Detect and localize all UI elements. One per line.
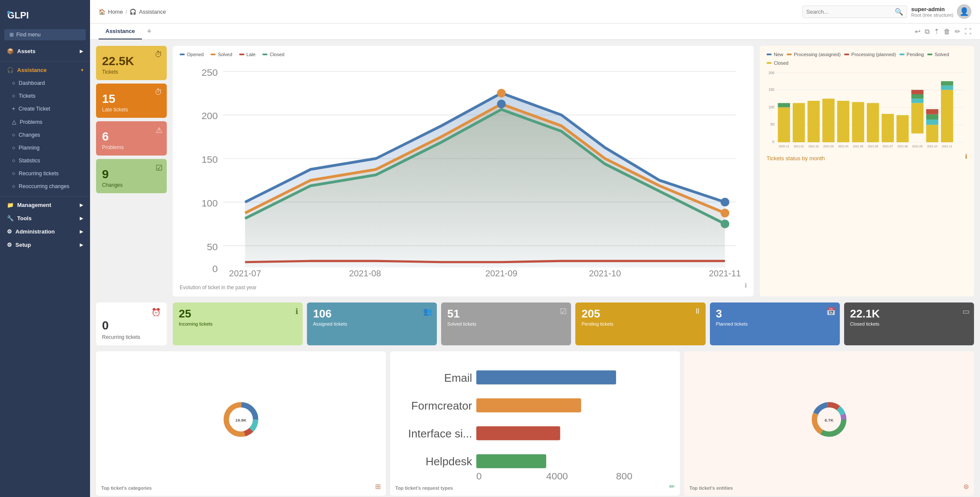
breadcrumb-sep: / <box>126 9 127 15</box>
planning-label: Planning <box>19 145 40 151</box>
tools-arrow: ▶ <box>80 216 83 221</box>
svg-rect-53 <box>926 109 938 114</box>
divider-1 <box>0 61 90 62</box>
dashboard-bullet: ○ <box>12 80 15 86</box>
find-menu-button[interactable]: ⊞ Find menu <box>4 29 86 40</box>
sidebar-item-administration[interactable]: ⚙ Administration ▶ <box>0 225 90 238</box>
svg-text:2021-06: 2021-06 <box>868 145 878 148</box>
sidebar-item-assets[interactable]: 📦 Assets ▶ <box>0 45 90 58</box>
assigned-num: 106 <box>313 308 431 320</box>
svg-text:200: 200 <box>201 110 218 121</box>
svg-text:GLPI: GLPI <box>7 10 29 21</box>
search-box[interactable]: 🔍 <box>803 6 907 18</box>
assistance-arrow: ▾ <box>81 68 83 72</box>
sidebar-item-setup[interactable]: ⚙ Setup ▶ <box>0 238 90 251</box>
closed-num: 22.1K <box>850 308 968 320</box>
svg-text:2021-02: 2021-02 <box>809 145 819 148</box>
stat-card-late[interactable]: ⏱ 15 Late tickets <box>96 84 167 118</box>
nav-assistance: 🎧 Assistance ▾ ○ Dashboard ○ Tickets + C… <box>0 63 90 195</box>
fullscreen-icon[interactable]: ⛶ <box>965 28 971 36</box>
sidebar-item-problems[interactable]: △ Problems <box>0 115 90 129</box>
tickets-stat-label: Tickets <box>102 69 161 75</box>
sidebar-item-management[interactable]: 📁 Management ▶ <box>0 198 90 212</box>
tools-label: Tools <box>17 215 32 222</box>
svg-text:2020-12: 2020-12 <box>779 145 790 148</box>
sidebar-item-changes[interactable]: ○ Changes <box>0 129 90 141</box>
legend-new: New <box>767 52 783 57</box>
legend-pending-label: Pending <box>907 52 924 57</box>
svg-rect-77 <box>476 398 581 413</box>
legend-dot-pending <box>899 54 905 55</box>
statistics-bullet: ○ <box>12 158 15 164</box>
user-info: super-admin Root (tree structure) 👤 <box>911 4 971 19</box>
svg-point-1 <box>7 11 11 14</box>
svg-rect-47 <box>911 99 923 103</box>
divider-2 <box>0 196 90 197</box>
assigned-icon: 👥 <box>423 307 433 316</box>
problems-bullet: △ <box>12 119 16 125</box>
recurring-tickets-bullet: ○ <box>12 171 15 177</box>
breadcrumb-current: Assistance <box>139 9 166 15</box>
sidebar-item-tools[interactable]: 🔧 Tools ▶ <box>0 212 90 225</box>
sidebar-item-reoccurring-changes[interactable]: ○ Reoccurring changes <box>0 180 90 193</box>
setup-arrow: ▶ <box>80 243 83 247</box>
svg-text:Email: Email <box>444 371 472 384</box>
share-icon[interactable]: ⇡ <box>934 27 939 36</box>
legend-dot-new <box>767 54 772 55</box>
statistics-label: Statistics <box>19 158 40 164</box>
stat-card-changes[interactable]: ☑ 9 Changes <box>96 159 167 193</box>
edit-icon[interactable]: ✏ <box>955 27 960 36</box>
svg-text:2021-07: 2021-07 <box>883 145 893 148</box>
problems-stat-num: 6 <box>102 131 161 143</box>
ticket-stat-closed[interactable]: ▭ 22.1K Closed tickets <box>844 302 974 345</box>
tab-add-button[interactable]: + <box>144 24 155 39</box>
donut-entities-svg: 6.7K <box>810 400 848 439</box>
stat-card-problems[interactable]: ⚠ 6 Problems <box>96 121 167 156</box>
header: 🏠 Home / 🎧 Assistance 🔍 super-admin Root… <box>90 0 980 24</box>
copy-icon[interactable]: ⧉ <box>925 28 929 36</box>
mini-chart-request-types: Email Formcreator Interface si... Helpde… <box>390 351 680 496</box>
sidebar-item-recurring-tickets[interactable]: ○ Recurring tickets <box>0 167 90 180</box>
entities-title: Top ticket's entities <box>689 485 733 491</box>
solved-num: 51 <box>447 308 565 320</box>
line-chart-legend: Opened Solved Late Closed <box>180 52 747 57</box>
svg-text:Interface si...: Interface si... <box>408 427 472 440</box>
ticket-stat-solved[interactable]: ☑ 51 Solved tickets <box>441 302 571 345</box>
ticket-stat-incoming[interactable]: ℹ 25 Incoming tickets <box>173 302 303 345</box>
ticket-stat-planned[interactable]: 📅 3 Planned tickets <box>710 302 840 345</box>
tab-assistance[interactable]: Assistance <box>99 24 142 39</box>
solved-icon: ☑ <box>560 307 567 316</box>
recurring-tickets-label: Recurring tickets <box>19 171 59 177</box>
find-menu-icon: ⊞ <box>9 32 14 38</box>
assets-icon: 📦 <box>7 48 14 54</box>
sidebar-item-create-ticket[interactable]: + Create Ticket <box>0 102 90 115</box>
tickets-stat-num: 22.5K <box>102 55 161 67</box>
ticket-stat-assigned[interactable]: 👥 106 Assigned tickets <box>307 302 437 345</box>
management-icon: 📁 <box>7 202 14 208</box>
sidebar-item-planning[interactable]: ○ Planning <box>0 141 90 154</box>
sidebar-item-assistance[interactable]: 🎧 Assistance ▾ <box>0 63 90 77</box>
sidebar-item-tickets[interactable]: ○ Tickets <box>0 90 90 102</box>
glpi-logo: GLPI <box>7 8 41 23</box>
logo: GLPI <box>0 0 90 29</box>
search-input[interactable] <box>806 9 892 15</box>
breadcrumb: 🏠 Home / 🎧 Assistance <box>99 9 798 15</box>
search-icon[interactable]: 🔍 <box>895 8 903 16</box>
line-chart-svg: 250 200 150 100 50 0 2021-07 2021-08 202… <box>180 60 747 278</box>
delete-icon[interactable]: 🗑 <box>944 28 950 36</box>
svg-rect-44 <box>882 114 894 142</box>
breadcrumb-home[interactable]: Home <box>108 9 123 15</box>
sidebar-item-dashboard[interactable]: ○ Dashboard <box>0 77 90 90</box>
recurring-card[interactable]: ⏰ 0 Recurring tickets <box>96 302 167 345</box>
undo-icon[interactable]: ↩ <box>915 27 920 36</box>
legend-solved: Solved <box>210 52 232 57</box>
sidebar-item-statistics[interactable]: ○ Statistics <box>0 154 90 167</box>
planning-bullet: ○ <box>12 145 15 151</box>
legend-bar-solved: Solved <box>927 52 949 57</box>
mini-chart-entities: 6.7K Top ticket's entities ⊛ <box>684 351 974 496</box>
stat-card-tickets[interactable]: ⏱ 22.5K Tickets <box>96 46 167 80</box>
svg-text:19.9K: 19.9K <box>235 417 247 422</box>
ticket-stat-pending[interactable]: ⏸ 205 Pending tickets <box>575 302 705 345</box>
svg-point-23 <box>721 198 729 207</box>
assets-arrow: ▶ <box>80 49 83 54</box>
